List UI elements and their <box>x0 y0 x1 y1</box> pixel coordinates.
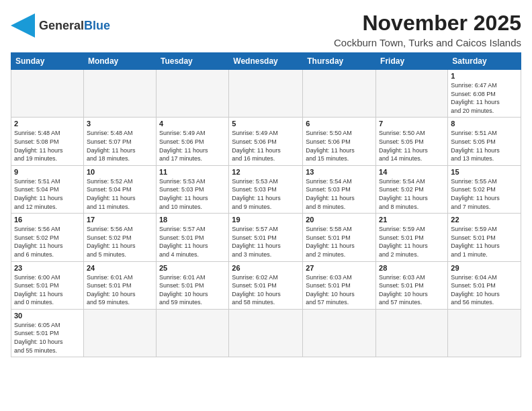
page-header: GeneralBlue November 2025 Cockburn Town,… <box>11 11 521 48</box>
day-number: 9 <box>14 168 81 176</box>
day-number: 12 <box>232 168 300 176</box>
day-info: Sunrise: 6:01 AM Sunset: 5:01 PM Dayligh… <box>159 273 226 307</box>
day-number: 13 <box>306 168 373 176</box>
day-info: Sunrise: 6:03 AM Sunset: 5:01 PM Dayligh… <box>306 273 373 307</box>
day-number: 29 <box>451 264 518 272</box>
day-info: Sunrise: 5:56 AM Sunset: 5:02 PM Dayligh… <box>87 225 153 259</box>
day-info: Sunrise: 5:58 AM Sunset: 5:01 PM Dayligh… <box>306 225 373 259</box>
day-number: 30 <box>14 312 81 320</box>
weekday-header-row: SundayMondayTuesdayWednesdayThursdayFrid… <box>11 53 521 70</box>
day-number: 8 <box>451 120 518 128</box>
day-number: 2 <box>14 120 81 128</box>
calendar-cell: 7Sunrise: 5:50 AM Sunset: 5:05 PM Daylig… <box>376 118 448 165</box>
calendar-cell: 30Sunrise: 6:05 AM Sunset: 5:01 PM Dayli… <box>11 309 84 357</box>
day-info: Sunrise: 6:00 AM Sunset: 5:01 PM Dayligh… <box>14 273 81 307</box>
calendar-cell <box>303 309 376 357</box>
calendar-cell: 27Sunrise: 6:03 AM Sunset: 5:01 PM Dayli… <box>303 261 376 309</box>
day-number: 10 <box>87 168 153 176</box>
calendar-cell: 19Sunrise: 5:57 AM Sunset: 5:01 PM Dayli… <box>229 214 303 261</box>
day-info: Sunrise: 6:02 AM Sunset: 5:01 PM Dayligh… <box>232 273 300 307</box>
calendar-cell: 21Sunrise: 5:59 AM Sunset: 5:01 PM Dayli… <box>376 214 448 261</box>
calendar-cell: 22Sunrise: 5:59 AM Sunset: 5:01 PM Dayli… <box>448 214 521 261</box>
day-info: Sunrise: 5:54 AM Sunset: 5:02 PM Dayligh… <box>379 177 445 211</box>
day-info: Sunrise: 5:53 AM Sunset: 5:03 PM Dayligh… <box>159 177 226 211</box>
day-number: 21 <box>379 216 445 224</box>
day-info: Sunrise: 5:54 AM Sunset: 5:03 PM Dayligh… <box>306 177 373 211</box>
calendar-cell: 24Sunrise: 6:01 AM Sunset: 5:01 PM Dayli… <box>83 261 156 309</box>
calendar-week-row: 16Sunrise: 5:56 AM Sunset: 5:02 PM Dayli… <box>11 214 521 261</box>
calendar-week-row: 1Sunrise: 6:47 AM Sunset: 6:08 PM Daylig… <box>11 70 521 118</box>
calendar-week-row: 2Sunrise: 5:48 AM Sunset: 5:08 PM Daylig… <box>11 118 521 165</box>
calendar-cell: 23Sunrise: 6:00 AM Sunset: 5:01 PM Dayli… <box>11 261 84 309</box>
calendar-cell: 4Sunrise: 5:49 AM Sunset: 5:06 PM Daylig… <box>156 118 228 165</box>
day-number: 17 <box>87 216 153 224</box>
calendar-cell: 12Sunrise: 5:53 AM Sunset: 5:03 PM Dayli… <box>229 165 303 213</box>
weekday-header-saturday: Saturday <box>448 53 521 70</box>
calendar-cell: 3Sunrise: 5:48 AM Sunset: 5:07 PM Daylig… <box>83 118 156 165</box>
calendar-cell: 18Sunrise: 5:57 AM Sunset: 5:01 PM Dayli… <box>156 214 228 261</box>
day-number: 22 <box>451 216 518 224</box>
day-info: Sunrise: 5:56 AM Sunset: 5:02 PM Dayligh… <box>14 225 81 259</box>
logo: GeneralBlue <box>11 11 110 38</box>
svg-marker-0 <box>11 13 35 38</box>
day-info: Sunrise: 6:01 AM Sunset: 5:01 PM Dayligh… <box>87 273 153 307</box>
weekday-header-monday: Monday <box>83 53 156 70</box>
day-info: Sunrise: 5:48 AM Sunset: 5:07 PM Dayligh… <box>87 129 153 163</box>
day-number: 4 <box>159 120 226 128</box>
calendar-cell: 1Sunrise: 6:47 AM Sunset: 6:08 PM Daylig… <box>448 70 521 118</box>
day-number: 24 <box>87 264 153 272</box>
weekday-header-friday: Friday <box>376 53 448 70</box>
day-info: Sunrise: 5:49 AM Sunset: 5:06 PM Dayligh… <box>159 129 226 163</box>
calendar-cell <box>11 70 84 118</box>
calendar-cell: 6Sunrise: 5:50 AM Sunset: 5:06 PM Daylig… <box>303 118 376 165</box>
day-number: 28 <box>379 264 445 272</box>
calendar-cell: 15Sunrise: 5:55 AM Sunset: 5:02 PM Dayli… <box>448 165 521 213</box>
weekday-header-sunday: Sunday <box>11 53 84 70</box>
day-number: 26 <box>232 264 300 272</box>
calendar-cell: 29Sunrise: 6:04 AM Sunset: 5:01 PM Dayli… <box>448 261 521 309</box>
month-year-title: November 2025 <box>334 11 521 36</box>
calendar-table: SundayMondayTuesdayWednesdayThursdayFrid… <box>11 52 521 357</box>
weekday-header-wednesday: Wednesday <box>229 53 303 70</box>
calendar-week-row: 9Sunrise: 5:51 AM Sunset: 5:04 PM Daylig… <box>11 165 521 213</box>
logo-icon <box>11 13 35 38</box>
calendar-cell <box>229 70 303 118</box>
calendar-cell: 28Sunrise: 6:03 AM Sunset: 5:01 PM Dayli… <box>376 261 448 309</box>
calendar-cell <box>303 70 376 118</box>
day-info: Sunrise: 5:50 AM Sunset: 5:06 PM Dayligh… <box>306 129 373 163</box>
weekday-header-tuesday: Tuesday <box>156 53 228 70</box>
logo-blue-text: Blue <box>84 19 110 32</box>
day-info: Sunrise: 5:51 AM Sunset: 5:04 PM Dayligh… <box>14 177 81 211</box>
calendar-cell: 9Sunrise: 5:51 AM Sunset: 5:04 PM Daylig… <box>11 165 84 213</box>
calendar-cell: 2Sunrise: 5:48 AM Sunset: 5:08 PM Daylig… <box>11 118 84 165</box>
day-info: Sunrise: 6:47 AM Sunset: 6:08 PM Dayligh… <box>451 81 518 115</box>
calendar-cell: 5Sunrise: 5:49 AM Sunset: 5:06 PM Daylig… <box>229 118 303 165</box>
day-number: 18 <box>159 216 226 224</box>
day-number: 5 <box>232 120 300 128</box>
calendar-cell: 17Sunrise: 5:56 AM Sunset: 5:02 PM Dayli… <box>83 214 156 261</box>
day-number: 23 <box>14 264 81 272</box>
day-info: Sunrise: 5:59 AM Sunset: 5:01 PM Dayligh… <box>451 225 518 259</box>
day-info: Sunrise: 5:57 AM Sunset: 5:01 PM Dayligh… <box>159 225 226 259</box>
day-info: Sunrise: 5:52 AM Sunset: 5:04 PM Dayligh… <box>87 177 153 211</box>
day-info: Sunrise: 5:53 AM Sunset: 5:03 PM Dayligh… <box>232 177 300 211</box>
calendar-cell <box>156 309 228 357</box>
weekday-header-thursday: Thursday <box>303 53 376 70</box>
calendar-cell <box>229 309 303 357</box>
day-number: 1 <box>451 72 518 80</box>
calendar-cell <box>376 70 448 118</box>
calendar-cell: 10Sunrise: 5:52 AM Sunset: 5:04 PM Dayli… <box>83 165 156 213</box>
day-number: 20 <box>306 216 373 224</box>
day-number: 16 <box>14 216 81 224</box>
day-number: 25 <box>159 264 226 272</box>
calendar-week-row: 23Sunrise: 6:00 AM Sunset: 5:01 PM Dayli… <box>11 261 521 309</box>
day-number: 11 <box>159 168 226 176</box>
day-number: 15 <box>451 168 518 176</box>
location-subtitle: Cockburn Town, Turks and Caicos Islands <box>334 37 521 48</box>
day-info: Sunrise: 5:50 AM Sunset: 5:05 PM Dayligh… <box>379 129 445 163</box>
day-number: 6 <box>306 120 373 128</box>
calendar-cell: 25Sunrise: 6:01 AM Sunset: 5:01 PM Dayli… <box>156 261 228 309</box>
calendar-cell: 16Sunrise: 5:56 AM Sunset: 5:02 PM Dayli… <box>11 214 84 261</box>
calendar-cell: 14Sunrise: 5:54 AM Sunset: 5:02 PM Dayli… <box>376 165 448 213</box>
day-info: Sunrise: 5:49 AM Sunset: 5:06 PM Dayligh… <box>232 129 300 163</box>
